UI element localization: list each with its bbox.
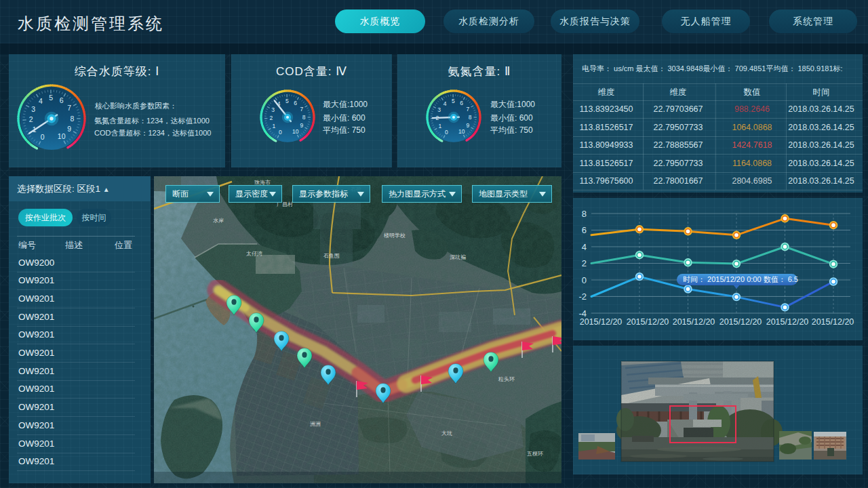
svg-text:0: 0 bbox=[445, 129, 448, 136]
svg-text:4: 4 bbox=[582, 242, 587, 252]
svg-text:7: 7 bbox=[67, 104, 71, 112]
svg-text:4: 4 bbox=[443, 100, 447, 107]
svg-text:2015/12/20: 2015/12/20 bbox=[580, 317, 623, 327]
svg-text:太仔湾: 太仔湾 bbox=[246, 251, 262, 257]
svg-text:5: 5 bbox=[49, 94, 53, 102]
svg-text:2015/12/20: 2015/12/20 bbox=[627, 317, 669, 327]
svg-text:洲洲: 洲洲 bbox=[310, 421, 321, 427]
svg-text:3: 3 bbox=[31, 105, 35, 113]
svg-text:9: 9 bbox=[300, 122, 303, 129]
svg-text:10: 10 bbox=[292, 128, 299, 135]
svg-text:10: 10 bbox=[458, 128, 465, 135]
svg-text:水岸: 水岸 bbox=[213, 218, 224, 224]
svg-text:1: 1 bbox=[272, 123, 275, 129]
svg-text:2015/12/20: 2015/12/20 bbox=[766, 317, 809, 327]
svg-text:8: 8 bbox=[469, 114, 472, 121]
svg-text:10: 10 bbox=[58, 132, 66, 140]
svg-text:0: 0 bbox=[41, 133, 45, 141]
svg-text:粒头环: 粒头环 bbox=[498, 376, 515, 382]
svg-text:6: 6 bbox=[460, 100, 463, 106]
svg-text:-2: -2 bbox=[578, 291, 587, 302]
svg-text:8: 8 bbox=[302, 114, 306, 121]
svg-text:6: 6 bbox=[582, 225, 587, 235]
svg-text:大坑: 大坑 bbox=[441, 430, 452, 436]
svg-text:6: 6 bbox=[60, 96, 64, 104]
svg-text:1: 1 bbox=[438, 123, 441, 129]
svg-text:2015/12/20: 2015/12/20 bbox=[719, 317, 762, 327]
svg-text:3: 3 bbox=[437, 106, 441, 113]
svg-text:9: 9 bbox=[466, 122, 469, 129]
svg-text:2: 2 bbox=[582, 258, 587, 268]
svg-text:2015/12/20: 2015/12/20 bbox=[812, 317, 854, 327]
svg-text:8: 8 bbox=[582, 209, 587, 219]
svg-text:5: 5 bbox=[285, 98, 289, 104]
svg-text:2015/12/20: 2015/12/20 bbox=[673, 317, 715, 327]
svg-text:2: 2 bbox=[270, 115, 273, 121]
svg-text:3: 3 bbox=[271, 106, 275, 113]
svg-text:4: 4 bbox=[39, 97, 43, 105]
svg-text:五棵环: 五棵环 bbox=[527, 451, 543, 457]
svg-text:时间： 2015/12/20 0:00 数值： 6.5: 时间： 2015/12/20 0:00 数值： 6.5 bbox=[683, 275, 798, 283]
svg-text:0: 0 bbox=[279, 129, 282, 136]
svg-text:7: 7 bbox=[466, 106, 469, 113]
svg-text:深坑褊: 深坑褊 bbox=[450, 254, 466, 260]
svg-text:8: 8 bbox=[70, 115, 74, 123]
svg-text:7: 7 bbox=[300, 106, 303, 113]
svg-text:楼明学校: 楼明学校 bbox=[384, 232, 406, 239]
svg-text:0: 0 bbox=[582, 275, 587, 285]
svg-text:9: 9 bbox=[67, 125, 71, 133]
svg-text:5: 5 bbox=[452, 98, 455, 104]
svg-text:2: 2 bbox=[29, 115, 33, 123]
svg-text:6: 6 bbox=[294, 100, 297, 106]
svg-text:石鱼围: 石鱼围 bbox=[323, 253, 340, 259]
